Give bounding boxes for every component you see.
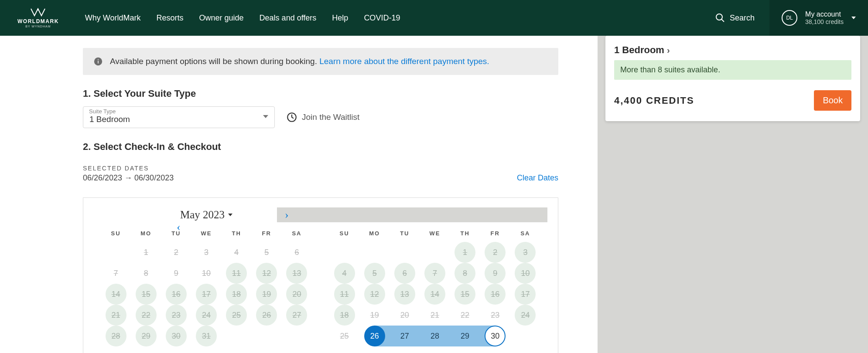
calendar-day[interactable]: 18 <box>329 305 359 326</box>
calendar-day[interactable]: 19 <box>359 305 390 326</box>
nav-why-worldmark[interactable]: Why WorldMark <box>85 14 141 23</box>
calendar-day[interactable]: 20 <box>282 284 312 305</box>
svg-point-0 <box>37 9 39 10</box>
calendar-day[interactable]: 13 <box>390 284 420 305</box>
clear-dates-link[interactable]: Clear Dates <box>517 173 558 183</box>
calendar-day <box>420 242 450 263</box>
search-trigger[interactable]: Search <box>715 13 755 23</box>
calendar-day[interactable]: 12 <box>359 284 390 305</box>
calendar-day[interactable]: 8 <box>450 263 480 284</box>
calendar-day[interactable]: 21 <box>101 305 131 326</box>
calendar-day[interactable]: 25 <box>222 305 252 326</box>
brand-logo[interactable]: WORLDMARK BY WYNDHAM <box>17 8 59 28</box>
calendar-day[interactable]: 3 <box>510 242 540 263</box>
calendar-day[interactable]: 17 <box>191 284 221 305</box>
calendar-day[interactable]: 2 <box>480 242 510 263</box>
summary-credits: 4,400 CREDITS <box>614 95 694 106</box>
calendar-day[interactable]: 19 <box>252 284 282 305</box>
calendar-day[interactable]: 5 <box>359 263 390 284</box>
calendar-day[interactable]: 4 <box>329 263 359 284</box>
calendar-day[interactable]: 30 <box>161 326 191 346</box>
calendar-day[interactable]: 15 <box>450 284 480 305</box>
calendar-day[interactable]: 16 <box>161 284 191 305</box>
calendar-day[interactable]: 10 <box>191 263 221 284</box>
calendar-day[interactable]: 29 <box>131 326 161 346</box>
calendar-day[interactable]: 23 <box>480 305 510 326</box>
calendar-day[interactable]: 18 <box>222 284 252 305</box>
calendar-dow: SA <box>282 230 312 237</box>
calendar-day[interactable]: 29 <box>450 326 480 346</box>
calendar-day[interactable]: 1 <box>131 242 161 263</box>
calendar-day[interactable]: 11 <box>329 284 359 305</box>
calendar-day[interactable]: 23 <box>161 305 191 326</box>
logo-mark-icon <box>30 8 46 17</box>
calendar-day[interactable]: 9 <box>480 263 510 284</box>
search-label: Search <box>730 14 755 23</box>
calendar-day[interactable]: 16 <box>480 284 510 305</box>
calendar-day[interactable]: 7 <box>420 263 450 284</box>
calendar-day[interactable]: 28 <box>420 326 450 346</box>
calendar-day[interactable]: 13 <box>282 263 312 284</box>
banner-link[interactable]: Learn more about the different payment t… <box>319 57 489 66</box>
calendar-day[interactable]: 8 <box>131 263 161 284</box>
calendar-day[interactable]: 17 <box>510 284 540 305</box>
primary-nav: Why WorldMark Resorts Owner guide Deals … <box>85 14 400 23</box>
calendar-day[interactable]: 24 <box>510 305 540 326</box>
calendar-day[interactable]: 26 <box>359 326 390 346</box>
account-credits: 38,100 credits <box>805 18 844 25</box>
calendar-day[interactable]: 4 <box>222 242 252 263</box>
calendar-day[interactable]: 26 <box>252 305 282 326</box>
join-waitlist-link[interactable]: Join the Waitlist <box>286 112 359 123</box>
chevron-down-icon <box>851 17 856 19</box>
nav-covid[interactable]: COVID-19 <box>364 14 400 23</box>
nav-deals-offers[interactable]: Deals and offers <box>260 14 317 23</box>
calendar-dow: TU <box>390 230 420 237</box>
calendar-day[interactable]: 25 <box>329 326 359 346</box>
calendar-day[interactable]: 10 <box>510 263 540 284</box>
calendar-day[interactable]: 27 <box>282 305 312 326</box>
calendar-day[interactable]: 9 <box>161 263 191 284</box>
calendar-day[interactable]: 2 <box>161 242 191 263</box>
chevron-right-icon: › <box>667 45 670 55</box>
nav-owner-guide[interactable]: Owner guide <box>199 14 244 23</box>
calendar-day[interactable]: 6 <box>282 242 312 263</box>
calendar-day[interactable]: 6 <box>390 263 420 284</box>
calendar-day[interactable]: 7 <box>101 263 131 284</box>
calendar-prev-button[interactable]: ‹ <box>94 207 220 234</box>
calendar-day[interactable]: 27 <box>390 326 420 346</box>
calendar: ‹ May 2023 SUMOTUWETHFRSA 12345678910111… <box>83 197 558 353</box>
calendar-day[interactable]: 5 <box>252 242 282 263</box>
waitlist-label: Join the Waitlist <box>302 112 359 122</box>
calendar-day <box>390 242 420 263</box>
summary-suite-heading[interactable]: 1 Bedroom › <box>614 44 851 56</box>
calendar-day[interactable]: 12 <box>252 263 282 284</box>
chevron-down-icon <box>263 115 268 118</box>
svg-rect-5 <box>98 59 99 60</box>
calendar-day <box>359 242 390 263</box>
nav-help[interactable]: Help <box>332 14 348 23</box>
calendar-day[interactable]: 15 <box>131 284 161 305</box>
book-button[interactable]: Book <box>814 90 851 111</box>
nav-resorts[interactable]: Resorts <box>157 14 184 23</box>
calendar-day[interactable]: 22 <box>450 305 480 326</box>
calendar-day[interactable]: 31 <box>191 326 221 346</box>
calendar-day[interactable]: 30 <box>480 326 510 346</box>
calendar-day[interactable]: 11 <box>222 263 252 284</box>
booking-summary-card: 1 Bedroom › More than 8 suites available… <box>605 36 860 121</box>
calendar-day[interactable]: 1 <box>450 242 480 263</box>
calendar-dow: TH <box>450 230 480 237</box>
calendar-day[interactable]: 14 <box>420 284 450 305</box>
payment-info-banner: Available payment options will be shown … <box>83 48 558 75</box>
calendar-day[interactable]: 20 <box>390 305 420 326</box>
calendar-day[interactable]: 28 <box>101 326 131 346</box>
calendar-next-button[interactable]: › <box>277 207 547 222</box>
month-picker-caret-icon[interactable] <box>228 214 232 216</box>
account-menu[interactable]: DL My account 38,100 credits <box>769 0 868 36</box>
calendar-day[interactable]: 22 <box>131 305 161 326</box>
calendar-day[interactable]: 3 <box>191 242 221 263</box>
calendar-dow: FR <box>252 230 282 237</box>
calendar-day[interactable]: 24 <box>191 305 221 326</box>
calendar-day[interactable]: 21 <box>420 305 450 326</box>
summary-suite-label: 1 Bedroom <box>614 44 664 56</box>
calendar-day[interactable]: 14 <box>101 284 131 305</box>
